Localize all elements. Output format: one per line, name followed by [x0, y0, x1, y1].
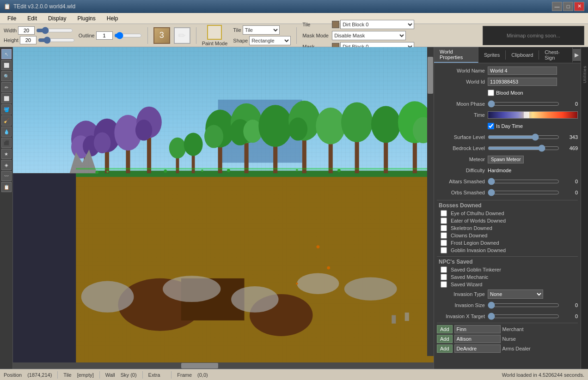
close-button[interactable]: ✕: [574, 2, 584, 11]
time-slider[interactable]: [488, 111, 578, 119]
invasion-type-label: Invasion Type: [437, 291, 488, 297]
world-loaded-text: World loaded in 4.5206244 seconds.: [502, 372, 584, 378]
menu-display[interactable]: Display: [43, 14, 72, 23]
boss-eater-checkbox[interactable]: [441, 217, 447, 224]
npc-allison-add[interactable]: Add: [437, 335, 453, 343]
paint-mode-button[interactable]: [207, 25, 222, 40]
surface-level-slider[interactable]: [488, 134, 559, 140]
tool-wire[interactable]: 〰: [1, 171, 12, 181]
moon-phase-slider[interactable]: [488, 101, 559, 107]
menu-help[interactable]: Help: [101, 14, 124, 23]
time-slider-thumb[interactable]: [524, 112, 529, 118]
mask-mode-select[interactable]: Disable Mask Match Tile Empty Tile: [332, 31, 406, 40]
vscroll-thumb[interactable]: [428, 57, 433, 94]
invasion-x-slider[interactable]: [488, 313, 559, 320]
tool-zoom-in[interactable]: 🔍: [1, 71, 12, 81]
height-input[interactable]: [20, 36, 37, 44]
world-id-input[interactable]: [488, 78, 557, 86]
npc-goblin-checkbox[interactable]: [441, 266, 447, 273]
orbs-slider[interactable]: [488, 189, 559, 196]
npc-deandre-add[interactable]: Add: [437, 344, 453, 353]
tool-morph[interactable]: ⬛: [1, 138, 12, 148]
tab-clipboard[interactable]: Clipboard: [506, 50, 539, 60]
boss-goblin-checkbox[interactable]: [441, 247, 447, 253]
wall-label: Wall: [105, 372, 115, 378]
panel-tabs: World Properties Sprites Clipboard Chest…: [434, 47, 581, 63]
tool-arrow[interactable]: ↖: [1, 49, 12, 59]
world-name-input[interactable]: [488, 66, 557, 75]
invasion-type-row: Invasion Type None Goblin Army Frost Leg…: [437, 290, 578, 299]
minimap-text: Minimap coming soon...: [507, 33, 560, 38]
tool-pencil2[interactable]: ⬜: [1, 93, 12, 103]
tile-button[interactable]: 3: [153, 27, 170, 44]
mask-mode-label: Mask Mode: [302, 33, 330, 38]
tab-world-properties[interactable]: World Properties: [434, 47, 478, 63]
npc-allison-name[interactable]: [454, 335, 501, 343]
tool-eraser[interactable]: 🧹: [1, 115, 12, 126]
bedrock-level-slider[interactable]: [488, 145, 559, 151]
world-id-label: World Id: [437, 79, 488, 84]
maximize-button[interactable]: □: [563, 2, 573, 11]
tile-dropdown-label: Tile: [302, 22, 330, 27]
npc-allison-row: Add Nurse: [437, 335, 578, 343]
statusbar: Position (1874,214) Tile [empty] Wall Sk…: [0, 369, 588, 380]
menu-file[interactable]: File: [2, 14, 22, 23]
tile-select[interactable]: Dirt Block 0: [340, 20, 414, 29]
tab-chest-sign[interactable]: Chest-Sign: [539, 48, 572, 62]
surface-level-label: Surface Level: [437, 134, 488, 140]
tab-arrow[interactable]: ▶: [573, 49, 581, 61]
width-input[interactable]: [18, 26, 35, 35]
tool-paste[interactable]: 📋: [1, 182, 12, 192]
tab-sprites[interactable]: Sprites: [478, 50, 506, 60]
npc-mechanic-checkbox[interactable]: [441, 274, 447, 280]
day-time-checkbox[interactable]: [488, 123, 494, 129]
npc-finn-add[interactable]: Add: [437, 325, 453, 333]
canvas-area[interactable]: [13, 47, 434, 362]
difficulty-row: Difficulty Hardmode: [437, 166, 578, 175]
tool-unknown[interactable]: ◈: [1, 160, 12, 170]
npc-deandre-name[interactable]: [454, 344, 501, 353]
invasion-type-select[interactable]: None Goblin Army Frost Legion: [488, 290, 543, 299]
height-slider[interactable]: [38, 36, 75, 44]
canvas-vscroll[interactable]: [427, 47, 434, 356]
difficulty-value: Hardmode: [488, 168, 578, 173]
hscroll-thumb[interactable]: [181, 363, 218, 368]
menu-edit[interactable]: Edit: [22, 14, 43, 23]
outline-input[interactable]: [96, 31, 113, 40]
invasion-size-slider[interactable]: [488, 302, 559, 308]
tool-selection[interactable]: ⬜: [1, 60, 12, 70]
boss-clowns-label: Clowns Downed: [451, 233, 487, 238]
tool-pencil1[interactable]: ✏: [1, 82, 12, 92]
tile-mask-section: Tile Dirt Block 0 Mask Mode Disable Mask…: [302, 20, 414, 51]
boss-clowns-checkbox[interactable]: [441, 232, 447, 239]
altars-slider[interactable]: [488, 178, 559, 185]
svg-point-41: [341, 103, 373, 143]
svg-point-52: [184, 133, 203, 156]
boss-skeletron-checkbox[interactable]: [441, 225, 447, 231]
boss-eater-label: Eater of Worlds Downed: [451, 218, 506, 223]
blood-moon-checkbox[interactable]: [488, 90, 494, 96]
npc-wizard-label: Saved Wizard: [451, 282, 482, 287]
position-value: (1874,214): [27, 372, 52, 378]
tool-picker[interactable]: 💧: [1, 127, 12, 137]
menu-plugins[interactable]: Plugins: [72, 14, 101, 23]
shape-select[interactable]: Rectangle Ellipse: [249, 36, 291, 45]
svg-point-59: [344, 277, 397, 301]
npc-finn-name[interactable]: [454, 325, 501, 333]
tile-mode-select[interactable]: Tile: [243, 25, 280, 35]
tool-fill[interactable]: 🪣: [1, 104, 12, 115]
svg-point-25: [135, 120, 152, 141]
minimize-button[interactable]: —: [552, 2, 562, 11]
status-div1: [57, 371, 58, 379]
spawn-meteor-button[interactable]: Spawn Meteor: [488, 156, 524, 163]
outline-slider[interactable]: [114, 32, 142, 39]
boss-frost-checkbox[interactable]: [441, 240, 447, 246]
eraser-button[interactable]: ✏: [174, 27, 190, 44]
boss-eye-checkbox[interactable]: [441, 210, 447, 217]
npc-wizard-checkbox[interactable]: [441, 281, 447, 288]
tool-sprite[interactable]: ★: [1, 149, 12, 159]
width-slider[interactable]: [36, 27, 73, 34]
svg-point-68: [327, 266, 330, 270]
svg-point-50: [169, 138, 186, 159]
canvas-hscroll[interactable]: [13, 362, 434, 369]
